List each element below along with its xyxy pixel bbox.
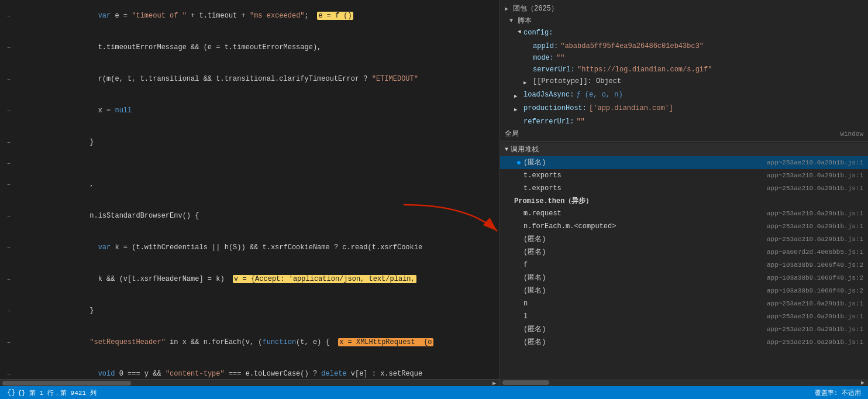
right-scrollbar-thumb[interactable] (502, 380, 549, 385)
scrollbar-thumb[interactable] (2, 381, 131, 386)
serverurl-key: serverUrl: (533, 64, 575, 75)
code-line: – , (0, 168, 500, 200)
global-label: 全局 (505, 129, 519, 139)
callstack-name-4: n.forEach.m.<computed> (523, 221, 762, 232)
callstack-item-0[interactable]: ● (匿名) app~253ae210.0a29b1b.js:1 (500, 156, 868, 169)
code-line: – void 0 === y && "content-type" === e.t… (0, 358, 500, 379)
callstack-item-4[interactable]: n.forEach.m.<computed> app~253ae210.0a29… (500, 220, 868, 233)
code-line: – } (0, 295, 500, 326)
callstack-file-11: app~253ae210.0a29b1b.js:1 (767, 311, 863, 322)
callstack-file-12: app~253ae210.0a29b1b.js:1 (767, 324, 863, 335)
code-lines: – var e = "timeout of " + t.timeout + "m… (0, 0, 500, 379)
code-line: – var e = "timeout of " + t.timeout + "m… (0, 0, 500, 32)
callstack-item-6[interactable]: (匿名) app~9a607d2d.4066bb5.js:1 (500, 246, 868, 259)
callstack-item-11[interactable]: l app~253ae210.0a29b1b.js:1 (500, 310, 868, 323)
callstack-name-2: t.exports (523, 183, 762, 194)
callstack-name-11: l (523, 311, 762, 322)
productionhost-item[interactable]: ▶ productionHost: ['app.diandian.com'] (500, 102, 868, 116)
line-gutter: – (0, 326, 18, 358)
active-indicator: ● (514, 157, 523, 168)
callstack-item-9[interactable]: (匿名) app~103a38b9.1066f40.js:2 (500, 284, 868, 297)
line-content: } (18, 126, 500, 158)
referrerurl-item[interactable]: referrerUrl: "" (500, 116, 868, 128)
callstack-arrow-icon: ▼ (505, 146, 508, 153)
scope-panel: ▶ 团包（2625） ▼ 脚本 ▼ config: appId: " (500, 0, 868, 379)
mode-value: "" (556, 53, 564, 63)
callstack-title: 调用堆栈 (511, 145, 539, 154)
callstack-name-8: (匿名) (523, 273, 762, 283)
callstack-file-3: app~253ae210.0a29b1b.js:1 (767, 208, 863, 219)
line-gutter: – (0, 232, 18, 263)
callstack-item-3[interactable]: m.request app~253ae210.0a29b1b.js:1 (500, 207, 868, 220)
code-content: – var e = "timeout of " + t.timeout + "m… (0, 0, 500, 379)
callstack-item-2[interactable]: t.exports app~253ae210.0a29b1b.js:1 (500, 182, 868, 195)
scroll-right-arrow[interactable]: ▶ (492, 380, 500, 387)
callstack-file-9: app~103a38b9.1066f40.js:2 (767, 286, 863, 296)
callstack-name-5: (匿名) (523, 234, 762, 245)
line-gutter: – (0, 158, 18, 168)
callstack-file-2: app~253ae210.0a29b1b.js:1 (767, 183, 863, 194)
loadjsasync-key: loadJsAsync: (523, 90, 574, 100)
loadjsasync-item[interactable]: ▶ loadJsAsync: ƒ (e, o, n) (500, 89, 868, 102)
mode-item[interactable]: mode: "" (500, 52, 868, 64)
productionhost-value: ['app.diandian.com'] (589, 103, 673, 113)
status-position: {} {} 第 1 行，第 9421 列 (7, 388, 97, 397)
code-line: – "setRequestHeader" in x && n.forEach(v… (0, 326, 500, 358)
right-panel: ▶ 团包（2625） ▼ 脚本 ▼ config: appId: " (500, 0, 868, 386)
line-content: } (18, 295, 500, 326)
callstack-item-13[interactable]: (匿名) app~253ae210.0a29b1b.js:1 (500, 336, 868, 349)
callstack-name-1: t.exports (523, 170, 762, 181)
script-label: 脚本 (518, 16, 532, 26)
global-value: Window (840, 130, 863, 137)
callstack-name-6: (匿名) (523, 247, 762, 257)
callstack-file-1: app~253ae210.0a29b1b.js:1 (767, 170, 863, 181)
scroll-right-icon[interactable]: ▶ (861, 379, 868, 386)
right-horizontal-scrollbar[interactable]: ▶ (500, 379, 868, 386)
collapse-arrow-icon: ▶ (505, 5, 513, 12)
callstack-item-1[interactable]: t.exports app~253ae210.0a29b1b.js:1 (500, 169, 868, 182)
serverurl-item[interactable]: serverUrl: "https://log.diandian.com/s.g… (500, 64, 868, 75)
callstack-header[interactable]: ▼ 调用堆栈 (500, 143, 868, 156)
code-line: – r(m(e, t, t.transitional && t.transiti… (0, 63, 500, 95)
coverage-text: 覆盖率: 不适用 (815, 388, 861, 397)
code-line: – k && (v[t.xsrfHeaderName] = k) v = {Ac… (0, 263, 500, 295)
status-coverage: 覆盖率: 不适用 (815, 388, 861, 397)
code-line: – x = null (0, 95, 500, 126)
code-line: – t.timeoutErrorMessage && (e = t.timeou… (0, 32, 500, 63)
callstack-item-12[interactable]: (匿名) app~253ae210.0a29b1b.js:1 (500, 323, 868, 336)
code-line: – (0, 158, 500, 168)
line-content: t.timeoutErrorMessage && (e = t.timeoutE… (18, 32, 500, 63)
serverurl-value: "https://log.diandian.com/s.gif" (577, 64, 712, 75)
line-gutter: – (0, 168, 18, 200)
line-gutter: – (0, 63, 18, 95)
appid-item[interactable]: appId: "ababda5ff95f4ea9a26486c01eb43bc3… (500, 40, 868, 52)
callstack-item-8[interactable]: (匿名) app~103a38b9.1066f40.js:2 (500, 271, 868, 284)
line-content: void 0 === y && "content-type" === e.toL… (18, 358, 500, 379)
mode-key: mode: (533, 53, 554, 63)
appid-key: appId: (533, 41, 558, 51)
referrerurl-value: "" (576, 116, 584, 127)
callstack-file-0: app~253ae210.0a29b1b.js:1 (767, 157, 863, 168)
config-item[interactable]: ▼ config: (500, 27, 868, 40)
content-area: – var e = "timeout of " + t.timeout + "m… (0, 0, 868, 386)
bundle-section-header[interactable]: ▶ 团包（2625） (500, 2, 868, 15)
code-line: – } (0, 126, 500, 158)
line-gutter: – (0, 358, 18, 379)
callstack-name-3: m.request (523, 208, 762, 219)
status-position-text: {} 第 1 行，第 9421 列 (18, 388, 96, 397)
callstack-item-10[interactable]: n app~253ae210.0a29b1b.js:1 (500, 297, 868, 310)
callstack-item-7[interactable]: f app~103a38b9.1066f40.js:2 (500, 259, 868, 271)
appid-value: "ababda5ff95f4ea9a26486c01eb43bc3" (560, 41, 704, 51)
prototype-item[interactable]: ▶ [[Prototype]]: Object (500, 75, 868, 89)
callstack-item-5[interactable]: (匿名) app~253ae210.0a29b1b.js:1 (500, 233, 868, 246)
line-content: var e = "timeout of " + t.timeout + "ms … (18, 0, 500, 32)
callstack-file-13: app~253ae210.0a29b1b.js:1 (767, 337, 863, 348)
script-section-header[interactable]: ▼ 脚本 (500, 15, 868, 27)
productionhost-key: productionHost: (523, 103, 587, 113)
line-gutter: – (0, 0, 18, 32)
code-line: – n.isStandardBrowserEnv() { (0, 200, 500, 232)
promise-then-row: Promise.then（异步） (500, 195, 868, 207)
code-horizontal-scrollbar[interactable]: ▶ (0, 379, 500, 386)
config-label: config: (523, 27, 553, 38)
prototype-arrow-icon: ▶ (523, 78, 533, 88)
